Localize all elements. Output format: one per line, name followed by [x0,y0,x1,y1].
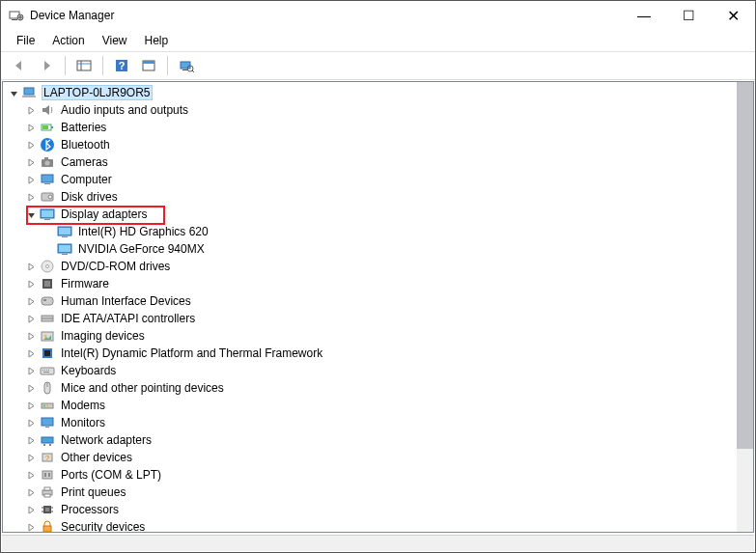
chevron-down-icon[interactable] [24,207,38,221]
tree-category-computer[interactable]: Computer [3,171,737,188]
chevron-right-icon[interactable] [24,155,38,169]
scan-hardware-button[interactable] [176,55,197,76]
svg-rect-60 [45,427,49,428]
chevron-right-icon[interactable] [24,503,38,516]
disk-icon [40,189,55,205]
hid-icon [40,293,55,309]
forward-button[interactable] [36,55,57,76]
tree-node-label: Imaging devices [59,329,147,343]
svg-rect-24 [44,183,50,184]
chevron-right-icon[interactable] [24,294,38,308]
tree-category-audio[interactable]: Audio inputs and outputs [3,101,737,119]
camera-icon [40,154,55,170]
chevron-right-icon[interactable] [24,138,38,152]
back-button[interactable] [9,55,30,76]
menu-action[interactable]: Action [44,32,92,49]
mouse-icon [40,380,55,396]
menu-file[interactable]: File [9,32,42,49]
tree-category-ide[interactable]: IDE ATA/ATAPI controllers [3,310,737,327]
dvd-icon [40,259,55,274]
tree-node-label: Audio inputs and outputs [59,103,190,117]
chevron-right-icon[interactable] [24,190,38,204]
tree-category-security[interactable]: Security devices [3,518,737,532]
chevron-right-icon[interactable] [24,329,38,343]
tree-category-bluetooth[interactable]: Bluetooth [3,136,737,153]
chevron-right-icon[interactable] [24,173,38,186]
app-icon [9,8,24,23]
network-icon [40,432,55,448]
tree-category-disk[interactable]: Disk drives [3,188,737,206]
ports-icon [40,467,55,483]
tree-category-other[interactable]: ? Other devices [3,449,737,466]
chevron-right-icon[interactable] [24,468,38,482]
svg-rect-67 [44,473,46,477]
tree-category-camera[interactable]: Cameras [3,153,737,171]
chevron-right-icon[interactable] [24,277,38,290]
tree-category-battery[interactable]: Batteries [3,119,737,136]
tree-root[interactable]: LAPTOP-0LJR9OR5 [3,84,737,101]
tree-category-dvd[interactable]: DVD/CD-ROM drives [3,258,737,275]
minimize-button[interactable]: — [622,1,666,30]
properties-button[interactable] [138,55,159,76]
svg-rect-39 [44,281,50,287]
svg-rect-10 [181,62,190,69]
tree-category-cpu[interactable]: Processors [3,501,737,518]
window-buttons: — ☐ ✕ [622,1,755,30]
svg-rect-48 [41,368,54,374]
chevron-right-icon[interactable] [24,399,38,412]
chevron-right-icon[interactable] [24,103,38,117]
scrollbar-thumb[interactable] [737,82,753,449]
svg-rect-41 [43,299,46,301]
close-button[interactable]: ✕ [711,1,755,30]
firmware-icon [40,276,55,291]
toolbar-separator [102,56,103,75]
chevron-right-icon[interactable] [24,416,38,429]
maximize-button[interactable]: ☐ [666,1,711,30]
chevron-down-icon[interactable] [7,86,20,99]
tree-category-firmware[interactable]: Firmware [3,275,737,292]
svg-rect-28 [42,210,53,217]
device-tree[interactable]: LAPTOP-0LJR9OR5 Audio inputs and outputs… [3,82,737,532]
chevron-right-icon[interactable] [24,451,38,464]
tree-category-ports[interactable]: Ports (COM & LPT) [3,466,737,484]
chevron-right-icon[interactable] [24,381,38,395]
imaging-icon [40,328,55,344]
chevron-right-icon[interactable] [24,520,38,532]
tree-node-label: Keyboards [59,364,118,377]
tree-device[interactable]: Intel(R) HD Graphics 620 [3,223,737,240]
tree-category-printer[interactable]: Print queues [3,484,737,501]
chevron-right-icon[interactable] [24,364,38,377]
svg-rect-62 [43,444,45,446]
tree-category-display[interactable]: Display adapters [3,206,737,223]
pc-icon [22,85,38,100]
help-button[interactable]: ? [111,55,132,76]
vertical-scrollbar[interactable] [737,82,753,532]
svg-rect-50 [44,370,45,371]
svg-rect-29 [44,219,50,220]
chevron-right-icon[interactable] [24,433,38,447]
show-hide-tree-button[interactable] [73,55,95,76]
chevron-right-icon[interactable] [24,260,38,273]
chevron-right-icon[interactable] [24,485,38,499]
svg-rect-15 [22,96,36,97]
tree-category-network[interactable]: Network adapters [3,431,737,449]
tree-category-keyboard[interactable]: Keyboards [3,362,737,379]
tree-category-modem[interactable]: Modems [3,397,737,414]
tree-category-hid[interactable]: Human Interface Devices [3,292,737,310]
svg-rect-59 [42,418,53,426]
battery-icon [40,120,55,135]
tree-category-imaging[interactable]: Imaging devices [3,327,737,345]
chevron-right-icon[interactable] [24,346,38,360]
tree-node-label: Network adapters [59,433,154,447]
tree-device[interactable]: NVIDIA GeForce 940MX [3,240,737,258]
svg-rect-61 [42,437,53,443]
tree-category-monitor[interactable]: Monitors [3,414,737,431]
svg-rect-23 [42,175,53,182]
chevron-right-icon[interactable] [24,312,38,325]
monitor-icon [40,415,55,430]
chevron-right-icon[interactable] [24,121,38,134]
menu-help[interactable]: Help [137,32,177,49]
menu-view[interactable]: View [95,32,135,49]
tree-category-thermal[interactable]: Intel(R) Dynamic Platform and Thermal Fr… [3,345,737,362]
tree-category-mouse[interactable]: Mice and other pointing devices [3,379,737,397]
